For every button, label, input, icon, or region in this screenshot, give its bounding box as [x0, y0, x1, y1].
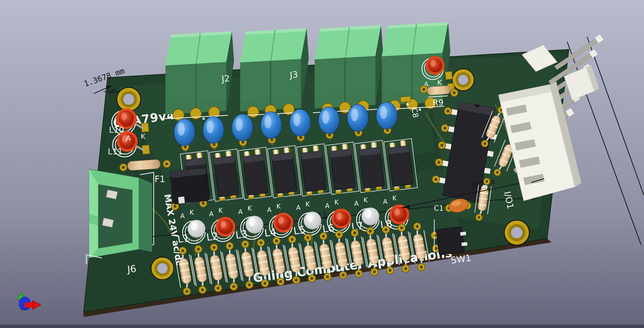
mounting-hole [151, 257, 174, 280]
pin-a-label: A [325, 202, 330, 209]
pin-a-label: A [267, 206, 272, 213]
refdes-led: L1 [177, 232, 190, 245]
refdes-j3: J3 [289, 69, 298, 80]
refdes-j6: J6 [126, 263, 137, 275]
pcb-3d-viewport[interactable]: GCA79v4 Giling Computer Applications MAX… [0, 0, 644, 328]
terminal-block-j3 [238, 28, 309, 118]
mounting-hole [117, 87, 141, 111]
pin-k-label: K [141, 132, 146, 141]
pin-a-label: A [296, 204, 301, 211]
refdes-led: L2 [206, 230, 219, 243]
refdes-c1: C1 [434, 204, 444, 212]
pin-k-label: K [190, 208, 194, 216]
refdes-led: L5 [293, 224, 306, 237]
refdes-r9: R9 [432, 98, 444, 107]
pin-k-label: K [276, 202, 281, 210]
refdes-f1: F1 [154, 174, 165, 184]
refdes-l10: L10 [109, 125, 124, 135]
pin-k-label: K [334, 198, 339, 206]
terminal-block-j4 [313, 25, 383, 115]
pin-k-label: K [392, 194, 397, 202]
pin-k-label: K [306, 200, 310, 208]
pin-k-label: K [218, 207, 223, 214]
pin-a-label: A [126, 134, 131, 142]
mounting-hole [504, 220, 529, 245]
pin-k-label: K [248, 204, 252, 212]
pin-a-label: A [354, 200, 359, 207]
bottom-bar [0, 325, 644, 328]
c8-label: C8 [410, 107, 420, 118]
pin-k-label: K [437, 78, 442, 87]
refdes-j2: J2 [220, 73, 230, 84]
mounting-hole [452, 69, 474, 91]
pin-a-label: A [383, 198, 388, 205]
pcb-3d-viewer: GCA79v4 Giling Computer Applications MAX… [0, 0, 644, 328]
pin-a-label: A [180, 212, 185, 220]
refdes-led: L3 [235, 228, 248, 241]
pin-a-label: A [238, 208, 243, 215]
refdes-l11: L11 [108, 147, 123, 156]
refdes-led: L4 [264, 226, 277, 239]
pin-a-label: A [209, 210, 214, 218]
pin-k-label: K [364, 196, 368, 204]
